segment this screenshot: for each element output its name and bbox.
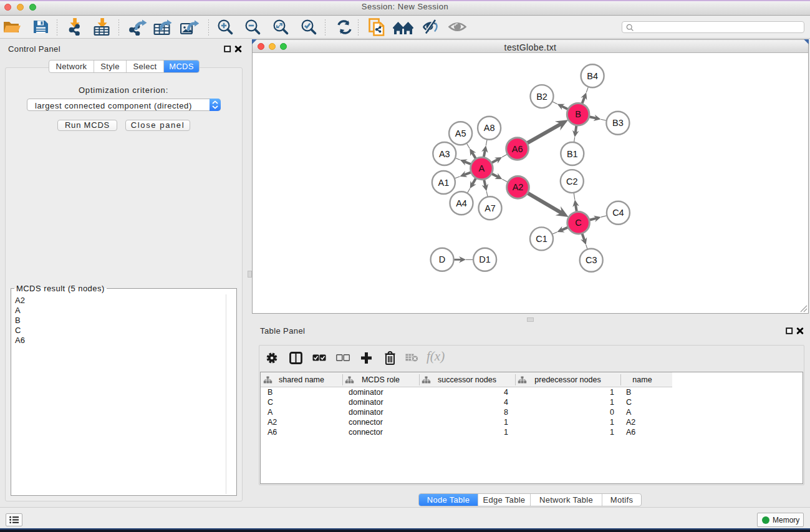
svg-text:B3: B3	[612, 118, 624, 128]
svg-text:C2: C2	[566, 177, 578, 186]
svg-text:A3: A3	[439, 149, 450, 159]
svg-text:C4: C4	[612, 208, 624, 218]
svg-text:A1: A1	[438, 178, 450, 188]
svg-text:A6: A6	[512, 144, 523, 154]
svg-text:D1: D1	[479, 254, 491, 264]
svg-text:A8: A8	[484, 123, 495, 133]
svg-text:A: A	[479, 163, 485, 173]
svg-text:B: B	[575, 109, 581, 119]
svg-text:A2: A2	[513, 182, 524, 192]
svg-text:A5: A5	[455, 128, 466, 138]
svg-text:B1: B1	[567, 149, 578, 159]
svg-text:D: D	[439, 254, 445, 264]
svg-text:C3: C3	[586, 255, 597, 265]
svg-text:B4: B4	[587, 71, 598, 81]
svg-text:C: C	[575, 218, 581, 228]
svg-text:C1: C1	[536, 234, 547, 244]
svg-text:A7: A7	[485, 203, 496, 213]
svg-text:A4: A4	[456, 198, 467, 208]
svg-text:B2: B2	[536, 92, 547, 102]
